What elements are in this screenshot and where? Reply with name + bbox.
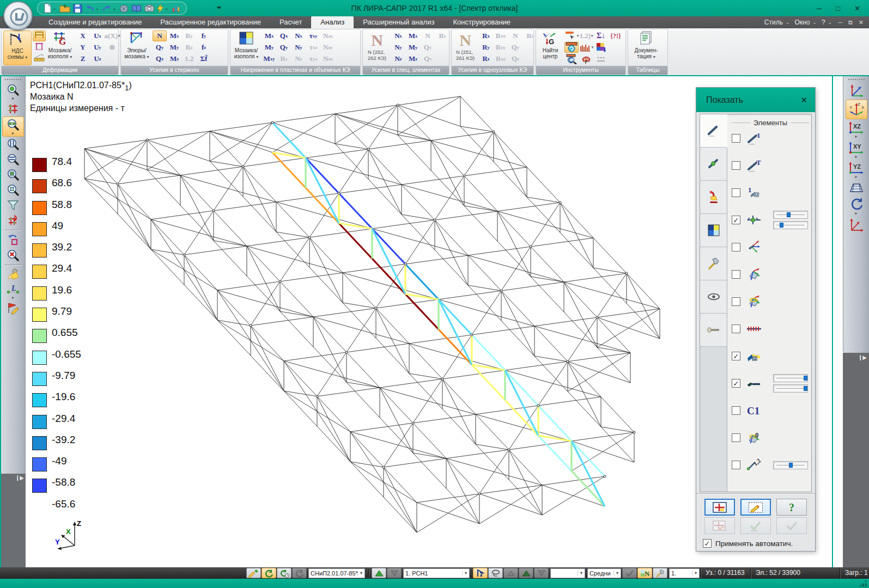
cell-ry[interactable]: Ry xyxy=(182,30,196,41)
cell-[interactable]: ⊗ xyxy=(105,42,119,53)
documentation-button[interactable]: Докумен-тация ▾ xyxy=(630,30,663,65)
cell-mz[interactable]: Mz xyxy=(406,53,420,64)
btn-fragment[interactable] xyxy=(704,499,735,516)
norm-dropdown[interactable]: СНиП2.01.07-85*1▾ xyxy=(308,568,365,578)
panel-ptab-rod-node[interactable] xyxy=(700,148,727,181)
cell-12[interactable]: 1.2)▾ xyxy=(579,30,593,41)
zoom-planes-h-button[interactable] xyxy=(2,152,24,167)
cell-n[interactable]: N xyxy=(421,30,435,41)
checkbox-plate-axes[interactable] xyxy=(732,270,740,279)
btn-help[interactable]: ? xyxy=(776,499,807,516)
cell-qz[interactable]: Qz xyxy=(421,53,435,64)
frame-b-button[interactable] xyxy=(33,42,46,53)
slider-el-joints[interactable] xyxy=(773,221,808,229)
panel-ptab-hammer[interactable] xyxy=(700,247,727,280)
loadcase-dropdown[interactable]: 1. РСН1▾ xyxy=(403,568,470,578)
view-xy-button[interactable]: XY▸ xyxy=(846,139,867,160)
zoom-nodes-button[interactable]: ▸ xyxy=(2,82,24,101)
close-icon[interactable]: ✕ xyxy=(854,4,860,13)
tab-6[interactable]: Конструирование xyxy=(443,16,519,28)
status-st-hammer-button[interactable] xyxy=(653,568,667,578)
panel-ptab-mosaic[interactable] xyxy=(700,214,727,247)
checkbox-el-local-axes[interactable] xyxy=(732,243,740,252)
mosaic-isofields-button[interactable]: G Мозаика/изополя ▾ xyxy=(46,30,74,65)
find-center-button[interactable]: G Найтицентр xyxy=(538,30,563,65)
cell-my[interactable]: My xyxy=(406,42,420,53)
epure-mosaic-button[interactable]: Эпюры/мозаика ▾ xyxy=(123,30,151,65)
tab-2[interactable]: Расширенное редактирование xyxy=(151,16,270,28)
cell-xy[interactable]: τxy xyxy=(306,30,320,41)
status-st-refresh-button[interactable] xyxy=(262,568,276,578)
cell-nz[interactable]: Nz xyxy=(391,53,405,64)
doc-close-icon[interactable]: ✕ xyxy=(859,19,864,26)
cell-[interactable]: {?!} xyxy=(609,30,623,41)
cell-qy[interactable]: Qy xyxy=(153,42,167,53)
cell-fz[interactable]: fz xyxy=(197,42,211,53)
checkbox-el-type[interactable] xyxy=(732,161,740,170)
checkbox-el-c1[interactable] xyxy=(732,406,740,415)
cell-fy[interactable]: fy xyxy=(197,30,211,41)
tool-fan-button[interactable]: f xyxy=(579,53,593,64)
doc-restore-icon[interactable]: ⧉ xyxy=(848,19,853,26)
tab-3[interactable]: Расчет xyxy=(270,16,311,28)
axes-red-button[interactable] xyxy=(846,216,867,234)
cell-my[interactable]: My xyxy=(262,42,276,53)
tool-mosaic-down-button[interactable] xyxy=(594,42,608,53)
cell-qz[interactable]: Qz xyxy=(508,53,522,64)
cell-rux[interactable]: Rux xyxy=(494,30,508,41)
btn-edit-frame[interactable] xyxy=(740,499,771,516)
show-panel-titlebar[interactable]: Показать ✕ xyxy=(696,88,815,112)
cell-my[interactable]: My xyxy=(167,42,181,53)
collapse-handle-icon[interactable]: ❙▶ xyxy=(15,475,24,481)
checkbox-el-rod[interactable]: ✓ xyxy=(732,379,740,388)
tab-5[interactable]: Расширенный анализ xyxy=(354,16,443,28)
cell-ny[interactable]: Ny xyxy=(391,42,405,53)
status-st-lasso-button[interactable] xyxy=(488,568,503,578)
tool-histogram-button[interactable]: ▾ xyxy=(579,42,593,53)
fragment-frame-button[interactable] xyxy=(2,101,24,117)
doc-minimize-icon[interactable]: ─ xyxy=(838,19,842,26)
checkbox-el-3d-section[interactable]: ✓ xyxy=(732,352,740,360)
panel-ptab-pin[interactable] xyxy=(700,314,727,347)
resize-grip[interactable] xyxy=(860,580,867,587)
view-xz-button[interactable]: XZ▸ xyxy=(846,119,867,139)
spotlight-button[interactable] xyxy=(2,267,24,283)
panel-close-icon[interactable]: ✕ xyxy=(800,95,807,105)
tool-rotate-pane-button[interactable] xyxy=(564,42,579,53)
cell-qy[interactable]: Qy xyxy=(421,42,435,53)
status-st-flag-button[interactable] xyxy=(473,568,488,578)
cell-x[interactable]: X xyxy=(76,30,90,41)
cell-z[interactable]: Z xyxy=(76,53,90,64)
cell-mz[interactable]: Mz xyxy=(167,53,181,64)
cell-ruy[interactable]: Ruy xyxy=(494,42,508,53)
checkbox-el-number[interactable] xyxy=(732,134,740,143)
cell-rz[interactable]: Rz xyxy=(277,53,291,64)
tab-4[interactable]: Анализ xyxy=(311,16,354,28)
dimension-l-button[interactable]: L▸ xyxy=(2,283,24,301)
panel-ptab-lamp[interactable] xyxy=(700,181,727,214)
tool-dots-button[interactable] xyxy=(594,53,608,64)
cell-ry[interactable]: Ry xyxy=(479,42,493,53)
nds-scheme-button[interactable]: НДСсхемы ▾ xyxy=(3,30,32,65)
checkbox-plate-zero[interactable] xyxy=(732,433,740,442)
cell-n[interactable]: N xyxy=(153,30,167,41)
tool-rotate-view-button[interactable] xyxy=(564,53,579,64)
cell-qx[interactable]: Qx xyxy=(277,30,291,41)
checkbox-el-joints[interactable]: ✓ xyxy=(732,216,740,224)
slider-el-rod[interactable] xyxy=(773,384,808,393)
cell-ax[interactable]: a(X)▾ xyxy=(105,30,119,41)
cell-yz[interactable]: τyz xyxy=(306,53,320,64)
iso-view-button[interactable]: ZYX xyxy=(846,100,867,119)
status-st-mosaic-n-button[interactable]: N xyxy=(637,568,652,578)
cell-qz[interactable]: Qz xyxy=(153,53,167,64)
cell-nz[interactable]: Nz xyxy=(291,53,306,64)
flag-edit-button[interactable] xyxy=(2,301,24,316)
cell-ux[interactable]: Ux xyxy=(90,30,105,41)
menu-style[interactable]: Стиль⌄ xyxy=(764,19,790,26)
axes-3d-button[interactable] xyxy=(846,82,867,100)
cell-mx[interactable]: Mx xyxy=(167,30,181,41)
slider-el-joints[interactable] xyxy=(773,211,808,219)
collapse-handle-icon[interactable]: ❙▶ xyxy=(858,354,867,360)
zoom-cancel-button[interactable] xyxy=(2,248,24,263)
cell-naz[interactable]: Naz xyxy=(321,53,335,64)
